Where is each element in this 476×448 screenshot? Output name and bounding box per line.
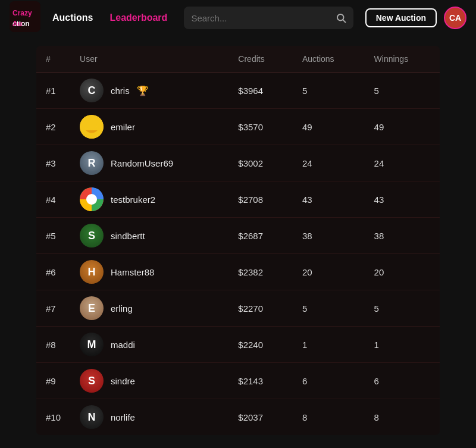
auctions-cell: 6 — [293, 363, 365, 399]
svg-point-8 — [86, 119, 97, 130]
winnings-cell: 1 — [365, 327, 440, 363]
table-row: #2emiler$35704949 — [36, 109, 440, 145]
credits-cell: $2270 — [228, 290, 293, 327]
auctions-cell: 38 — [293, 218, 365, 254]
avatar: E — [80, 296, 104, 320]
table-row: #6HHamster88$23822020 — [36, 254, 440, 290]
username: Hamster88 — [111, 267, 154, 277]
svg-line-5 — [343, 20, 345, 22]
auctions-cell: 1 — [293, 327, 365, 363]
search-icon — [336, 12, 346, 23]
nav-leaderboard[interactable]: Leaderboard — [105, 12, 172, 23]
avatar — [80, 115, 104, 139]
username: maddi — [111, 340, 135, 350]
user-cell: HHamster88 — [70, 254, 228, 290]
user-cell: testbruker2 — [70, 181, 228, 218]
user-cell: Eerling — [70, 290, 228, 327]
winnings-cell: 5 — [365, 290, 440, 327]
avatar: C — [80, 79, 104, 102]
user-avatar-button[interactable]: CA — [444, 7, 466, 29]
svg-point-10 — [86, 194, 97, 205]
username: norlife — [111, 412, 135, 422]
rank-cell: #4 — [36, 181, 71, 218]
new-auction-button[interactable]: New Auction — [365, 8, 437, 27]
table-row: #10Nnorlife$203788 — [36, 399, 440, 436]
avatar: M — [80, 333, 104, 356]
username: erling — [111, 303, 133, 314]
svg-text:Au: Au — [12, 20, 22, 28]
credits-cell: $2143 — [228, 363, 293, 399]
user-cell: emiler — [70, 109, 228, 145]
col-user: User — [70, 46, 228, 73]
table-body: #1Cchris🏆$396455#2emiler$35704949#3RRand… — [36, 73, 440, 436]
table-row: #7Eerling$227055 — [36, 290, 440, 327]
credits-cell: $2240 — [228, 327, 293, 363]
credits-cell: $3964 — [228, 73, 293, 109]
rank-cell: #1 — [36, 73, 71, 109]
trophy-icon: 🏆 — [137, 85, 149, 96]
table-row: #9Ssindre$214366 — [36, 363, 440, 399]
logo: Crazy ction Au — [10, 1, 40, 35]
avatar: S — [80, 369, 104, 393]
user-cell: Ssindbertt — [70, 218, 228, 254]
main-content: # User Credits Auctions Winnings #1Cchri… — [0, 36, 476, 445]
winnings-cell: 5 — [365, 73, 440, 109]
winnings-cell: 8 — [365, 399, 440, 436]
col-rank: # — [36, 46, 71, 73]
user-cell: Mmaddi — [70, 327, 228, 363]
col-winnings: Winnings — [365, 46, 440, 73]
username: chris — [111, 86, 130, 96]
auctions-cell: 20 — [293, 254, 365, 290]
search-bar — [184, 7, 353, 29]
user-cell: Cchris🏆 — [70, 73, 228, 109]
table-row: #5Ssindbertt$26873838 — [36, 218, 440, 254]
col-auctions: Auctions — [293, 46, 365, 73]
auctions-cell: 43 — [293, 181, 365, 218]
credits-cell: $2687 — [228, 218, 293, 254]
auctions-cell: 24 — [293, 145, 365, 181]
auctions-cell: 49 — [293, 109, 365, 145]
avatar: H — [80, 260, 104, 284]
credits-cell: $2037 — [228, 399, 293, 436]
user-cell: RRandomUser69 — [70, 145, 228, 181]
table-row: #3RRandomUser69$30022424 — [36, 145, 440, 181]
user-cell: Ssindre — [70, 363, 228, 399]
nav-auctions[interactable]: Auctions — [48, 12, 98, 23]
username: testbruker2 — [111, 195, 155, 205]
user-cell: Nnorlife — [70, 399, 228, 436]
rank-cell: #9 — [36, 363, 71, 399]
winnings-cell: 20 — [365, 254, 440, 290]
table-row: #4testbruker2$27084343 — [36, 181, 440, 218]
table-header: # User Credits Auctions Winnings — [36, 46, 440, 73]
rank-cell: #6 — [36, 254, 71, 290]
table-row: #8Mmaddi$224011 — [36, 327, 440, 363]
avatar: S — [80, 224, 104, 248]
rank-cell: #2 — [36, 109, 71, 145]
col-credits: Credits — [228, 46, 293, 73]
credits-cell: $2708 — [228, 181, 293, 218]
table-row: #1Cchris🏆$396455 — [36, 73, 440, 109]
winnings-cell: 43 — [365, 181, 440, 218]
rank-cell: #3 — [36, 145, 71, 181]
winnings-cell: 38 — [365, 218, 440, 254]
avatar: N — [80, 405, 104, 429]
credits-cell: $3570 — [228, 109, 293, 145]
winnings-cell: 6 — [365, 363, 440, 399]
auctions-cell: 5 — [293, 290, 365, 327]
rank-cell: #10 — [36, 399, 71, 436]
winnings-cell: 49 — [365, 109, 440, 145]
username: sindre — [111, 376, 135, 386]
search-input[interactable] — [191, 13, 335, 23]
username: sindbertt — [111, 231, 145, 241]
avatar: R — [80, 151, 104, 175]
auctions-cell: 8 — [293, 399, 365, 436]
credits-cell: $3002 — [228, 145, 293, 181]
username: emiler — [111, 122, 135, 132]
avatar — [80, 187, 104, 211]
winnings-cell: 24 — [365, 145, 440, 181]
header: Crazy ction Au Auctions Leaderboard New … — [0, 0, 476, 36]
credits-cell: $2382 — [228, 254, 293, 290]
search-icon-button[interactable] — [336, 12, 346, 23]
auctions-cell: 5 — [293, 73, 365, 109]
rank-cell: #7 — [36, 290, 71, 327]
